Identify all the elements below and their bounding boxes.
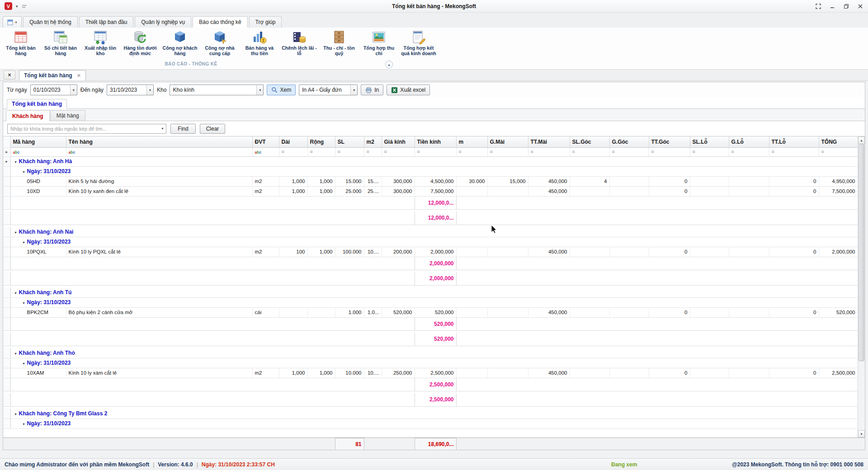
filter-cell-6[interactable]: = — [364, 147, 382, 156]
column-header-18[interactable]: TỔNG — [819, 136, 858, 147]
cell-17[interactable]: 0 — [769, 186, 819, 196]
cell-1[interactable]: Kính 10 ly xám cắt lẻ — [66, 368, 252, 378]
column-header-11[interactable]: TT.Mài — [528, 136, 570, 147]
ribbon-tab-0[interactable]: Quản trị hệ thống — [23, 16, 78, 28]
cell-16[interactable] — [729, 176, 769, 186]
cell-10[interactable] — [487, 368, 528, 378]
cell-5[interactable]: 15.000 — [335, 176, 364, 186]
filter-cell-13[interactable]: = — [609, 147, 649, 156]
column-header-13[interactable]: G.Góc — [609, 136, 649, 147]
cell-0[interactable]: 10PQXL — [10, 247, 66, 257]
collapse-triangle-icon[interactable]: ▾ — [23, 240, 25, 244]
column-header-15[interactable]: SL.Lỗ — [690, 136, 729, 147]
quick-access-caret-icon[interactable]: ▾ — [16, 4, 18, 9]
cell-0[interactable]: 10XAM — [10, 368, 66, 378]
cell-14[interactable]: 0 — [649, 186, 690, 196]
cell-0[interactable]: 05HD — [10, 176, 66, 186]
filter-cell-10[interactable]: = — [487, 147, 528, 156]
chevron-down-icon[interactable]: ▾ — [70, 85, 77, 95]
cell-13[interactable] — [609, 247, 649, 257]
column-header-7[interactable]: Giá kính — [382, 136, 415, 147]
cell-8[interactable]: 2,500,000 — [415, 368, 456, 378]
cell-3[interactable]: 100 — [279, 247, 307, 257]
chevron-down-icon[interactable]: ▾ — [159, 127, 166, 131]
ribbon-button-sales-collect[interactable]: Bán hàng và thu tiền — [240, 28, 279, 60]
cell-4[interactable]: 1,000 — [307, 176, 335, 186]
column-header-16[interactable]: G.Lỗ — [729, 136, 769, 147]
collapse-triangle-icon[interactable]: ▾ — [15, 412, 17, 416]
cell-4[interactable]: 1,000 — [307, 368, 335, 378]
filter-cell-17[interactable]: = — [769, 147, 819, 156]
cell-12[interactable] — [570, 186, 609, 196]
filter-cell-18[interactable]: = — [819, 147, 858, 156]
cell-8[interactable]: 520,000 — [415, 307, 456, 317]
ribbon-button-inventory-inout[interactable]: Xuất nhập tồn kho — [80, 28, 120, 60]
filter-cell-11[interactable]: = — [528, 147, 570, 156]
collapse-triangle-icon[interactable]: ▾ — [23, 301, 25, 305]
collapse-triangle-icon[interactable]: ▾ — [15, 291, 17, 295]
maximize-button[interactable] — [843, 3, 849, 9]
cell-2[interactable]: cái — [252, 307, 279, 317]
minimize-button[interactable] — [829, 3, 835, 9]
cell-15[interactable] — [690, 186, 729, 196]
cell-16[interactable] — [729, 368, 769, 378]
cell-12[interactable] — [570, 247, 609, 257]
cell-4[interactable] — [307, 307, 335, 317]
cell-1[interactable]: Bộ phụ kiện 2 cánh cửa mở — [66, 307, 252, 317]
date-group-row[interactable]: ▾Ngày: 31/10/2023 — [10, 358, 858, 368]
cell-14[interactable]: 0 — [649, 176, 690, 186]
scroll-up-button[interactable]: ▲ — [858, 136, 865, 144]
ribbon-button-customer-debt[interactable]: Công nợ khách hàng — [160, 28, 200, 60]
date-group-row[interactable]: ▾Ngày: 31/10/2023 — [10, 166, 858, 176]
column-header-9[interactable]: m — [456, 136, 487, 147]
cell-15[interactable] — [690, 247, 729, 257]
chevron-down-icon[interactable]: ▾ — [146, 85, 153, 95]
collapse-triangle-icon[interactable]: ▾ — [23, 422, 25, 426]
cell-11[interactable]: 450,000 — [528, 176, 570, 186]
filter-cell-12[interactable]: = — [570, 147, 609, 156]
app-menu-button[interactable]: ▾ — [3, 16, 22, 28]
cell-8[interactable]: 4,500,000 — [415, 176, 456, 186]
cell-3[interactable] — [279, 307, 307, 317]
cell-6[interactable]: 1.0... — [364, 307, 382, 317]
filter-cell-0[interactable]: abc — [10, 147, 66, 156]
cell-6[interactable]: 25.... — [364, 186, 382, 196]
ribbon-tab-4[interactable]: Trợ giúp — [249, 16, 282, 28]
cell-12[interactable]: 4 — [570, 176, 609, 186]
cell-5[interactable]: 100.000 — [335, 247, 364, 257]
ribbon-tab-3[interactable]: Báo cáo thống kê — [193, 16, 247, 28]
cell-9[interactable]: 30.000 — [456, 176, 487, 186]
filter-cell-5[interactable]: = — [335, 147, 364, 156]
cell-1[interactable]: Kính 5 ly hải đường — [66, 176, 252, 186]
column-header-5[interactable]: SL — [335, 136, 364, 147]
cell-10[interactable] — [487, 186, 528, 196]
to-date-picker[interactable]: 31/10/2023 ▾ — [107, 85, 154, 95]
column-header-10[interactable]: G.Mài — [487, 136, 528, 147]
cell-7[interactable]: 300,000 — [382, 176, 415, 186]
ribbon-tab-1[interactable]: Thiết lập ban đầu — [79, 16, 134, 28]
cell-15[interactable] — [690, 176, 729, 186]
cell-7[interactable]: 520,000 — [382, 307, 415, 317]
cell-9[interactable] — [456, 368, 487, 378]
cell-9[interactable] — [456, 307, 487, 317]
column-header-0[interactable]: Mã hàng — [10, 136, 66, 147]
collapse-triangle-icon[interactable]: ▾ — [15, 352, 17, 356]
cell-18[interactable]: 2,500,000 — [819, 368, 858, 378]
customer-group-row[interactable]: ▾Khách hàng: Anh Hà — [10, 156, 858, 166]
column-header-1[interactable]: Tên hàng — [66, 136, 252, 147]
tab-close-icon[interactable]: ✕ — [77, 73, 81, 79]
collapse-triangle-icon[interactable]: ▾ — [23, 170, 25, 174]
cell-3[interactable]: 1,000 — [279, 186, 307, 196]
find-button[interactable]: Find — [170, 124, 196, 134]
column-header-14[interactable]: TT.Góc — [649, 136, 690, 147]
cell-3[interactable]: 1,000 — [279, 176, 307, 186]
cell-6[interactable]: 15.... — [364, 176, 382, 186]
ribbon-button-profit-loss[interactable]: Chênh lệch lãi - lỗ — [279, 28, 319, 60]
close-all-tabs-button[interactable]: × — [4, 70, 15, 80]
report-tab-0[interactable]: Khách hàng — [6, 110, 50, 121]
cell-5[interactable]: 1.000 — [335, 307, 364, 317]
chevron-down-icon[interactable]: ▾ — [256, 85, 263, 95]
print-format-select[interactable]: In A4 - Giấy đứn ▾ — [299, 85, 358, 95]
filter-cell-3[interactable]: = — [279, 147, 307, 156]
column-header-12[interactable]: SL.Góc — [570, 136, 609, 147]
